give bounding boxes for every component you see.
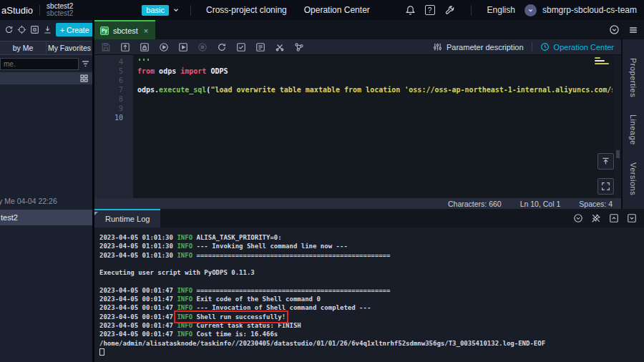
log-line: 2023-04-05 00:01:47 INFO Exit code of th… [99, 295, 644, 303]
filter-icon[interactable] [81, 59, 90, 69]
tab-runtime-log[interactable]: Runtime Log [94, 209, 160, 228]
fold-corner [94, 212, 98, 215]
account-name[interactable]: sbmgrp-sbcloud-cs-team [542, 5, 637, 15]
tab-list-icon[interactable] [609, 24, 620, 35]
batch-operation-icon[interactable] [30, 25, 39, 34]
log-line: /home/admin/alisatasknode/taskinfo//2023… [99, 339, 644, 348]
operation-center-button[interactable]: Operation Center [554, 43, 614, 52]
pyodps-node-icon: Py [100, 26, 109, 35]
line-number: 5 [94, 67, 133, 76]
log-line [99, 348, 644, 356]
indent-setting[interactable]: Spaces: 4 [579, 200, 613, 208]
sidebar-tab-my-favorites[interactable]: My Favorites [46, 41, 92, 54]
view-switch-row [0, 72, 92, 84]
selected-node-row[interactable]: test2 [0, 210, 92, 225]
log-line: 2023-04-05 01:01:30 INFO ALISA_TASK_PRIO… [99, 233, 644, 242]
divider [532, 42, 532, 52]
action-row: + Create Py sbctest × [0, 20, 644, 39]
log-line: 2023-04-05 00:01:47 INFO ===============… [99, 286, 644, 295]
code-line [137, 113, 613, 122]
node-sidebar: by MeMy Favorites y Me 04-04 22:26 test2 [0, 39, 92, 362]
refresh-icon[interactable] [4, 25, 14, 34]
reload-icon[interactable] [217, 42, 227, 52]
operation-center-icon [540, 42, 550, 52]
minimap[interactable] [595, 57, 610, 66]
language-selector[interactable]: English [487, 5, 515, 15]
editor-code[interactable]: '''from odps import ODPS odps.execute_sq… [133, 55, 613, 198]
syntax-check-icon[interactable] [236, 42, 246, 52]
code-editor: 45678910 '''from odps import ODPS odps.e… [94, 55, 621, 198]
right-tab-properties[interactable]: Properties [629, 58, 638, 97]
sidebar-tab-by-me[interactable]: by Me [0, 41, 46, 54]
submit-locked-icon[interactable] [140, 42, 150, 52]
right-panel-strip: PropertiesLineageVersions [621, 39, 644, 209]
log-line: 2023-04-05 00:01:47 INFO Cost time is: 1… [99, 330, 644, 338]
right-tab-versions[interactable]: Versions [629, 162, 638, 195]
view-log-icon[interactable] [255, 42, 265, 52]
dataworks-datastudio-window: aStudio sbctest2 sbctest2 basic Cross-pr… [0, 0, 644, 362]
log-line: 2023-04-05 01:01:30 INFO ===============… [99, 251, 644, 260]
fullscreen-button[interactable] [597, 178, 614, 195]
help-icon[interactable]: ? [425, 5, 435, 15]
code-line [137, 104, 613, 113]
mode-badge[interactable]: basic [142, 5, 169, 16]
right-tab-lineage[interactable]: Lineage [629, 114, 638, 145]
log-tabbar: Runtime Log [94, 209, 644, 228]
search-input[interactable] [0, 58, 79, 70]
menu-operation-center[interactable]: Operation Center [304, 5, 370, 15]
lineage-flow-icon[interactable] [294, 42, 304, 52]
divider [39, 5, 40, 16]
save-icon[interactable] [101, 42, 111, 52]
code-line: from odps import ODPS [137, 67, 613, 76]
log-line: 2023-04-05 00:01:47 INFO Current task st… [99, 321, 644, 330]
app-logo[interactable]: aStudio [1, 5, 33, 16]
parameter-description-button[interactable]: Parameter description [447, 43, 524, 52]
project-subtitle: sbctest2 [47, 10, 73, 18]
maximize-panel-icon[interactable] [609, 213, 619, 223]
minimize-panel-icon[interactable] [627, 213, 637, 223]
tab-sbctest[interactable]: Py sbctest × [94, 20, 155, 39]
line-number: 10 [94, 113, 133, 122]
create-button[interactable]: + Create [56, 23, 94, 36]
locate-icon[interactable] [17, 25, 26, 34]
terminal-cursor [99, 348, 104, 356]
chevron-down-icon[interactable] [172, 6, 180, 14]
code-line [137, 94, 613, 104]
import-icon[interactable] [43, 25, 52, 34]
project-switcher[interactable]: sbctest2 sbctest2 [47, 3, 73, 18]
scroll-to-top-button[interactable] [597, 153, 614, 170]
avatar[interactable] [525, 4, 537, 16]
success-highlight-box: INFO Shell run successfully! [177, 313, 286, 321]
tab-label: sbctest [113, 26, 138, 35]
line-number: 6 [94, 76, 133, 85]
editor-tabstrip: Py sbctest × [94, 20, 644, 39]
close-tab-icon[interactable]: × [144, 26, 148, 35]
collapse-panel-icon[interactable] [573, 213, 583, 223]
log-line [99, 277, 644, 285]
wrench-icon[interactable] [444, 5, 455, 16]
run-icon[interactable] [159, 42, 169, 52]
code-line: odps.execute_sql("load overwrite table m… [137, 85, 613, 94]
editor-scrollbar[interactable] [615, 55, 621, 198]
log-output[interactable]: 2023-04-05 01:01:30 INFO ALISA_TASK_PRIO… [94, 228, 644, 362]
log-line: Executing user script with PyODPS 0.11.3 [99, 268, 644, 277]
grid-view-icon[interactable] [79, 74, 89, 83]
stop-icon[interactable] [197, 42, 208, 52]
menu-icon[interactable] [628, 25, 638, 35]
editor-gutter: 45678910 [94, 55, 133, 198]
menu-cross-project-cloning[interactable]: Cross-project cloning [206, 5, 287, 15]
advanced-run-icon[interactable] [178, 42, 188, 52]
code-line [137, 76, 613, 85]
node-meta-text: y Me 04-04 22:26 [0, 197, 57, 205]
char-count: Characters: 660 [448, 200, 502, 208]
crossed-tools-icon[interactable] [275, 42, 285, 52]
submit-icon[interactable] [120, 42, 130, 52]
topbar: aStudio sbctest2 sbctest2 basic Cross-pr… [0, 0, 644, 20]
editor-statusbar: Characters: 660 Ln 10, Col 1 Spaces: 4 [94, 198, 621, 209]
cursor-position[interactable]: Ln 10, Col 1 [520, 200, 561, 208]
unpin-icon[interactable] [591, 213, 601, 223]
divider [190, 5, 191, 16]
divider [471, 5, 472, 16]
log-line: 2023-04-05 00:01:47 INFO Shell run succe… [99, 313, 644, 321]
bell-icon[interactable] [405, 5, 416, 16]
